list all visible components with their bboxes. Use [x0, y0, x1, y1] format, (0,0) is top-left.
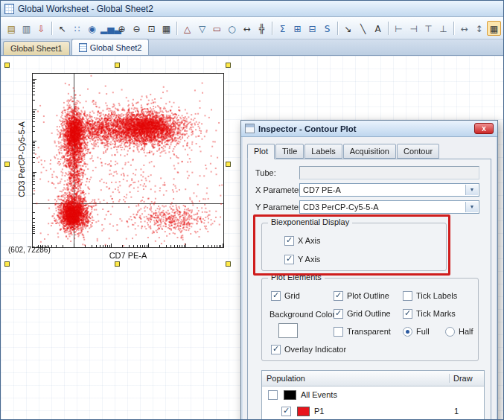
background-color-swatch[interactable] — [278, 323, 298, 338]
plot-outline-option[interactable]: Plot Outline — [334, 290, 389, 301]
biexponential-editor-icon[interactable]: S — [320, 21, 334, 36]
export-pdf-icon[interactable]: ⇩ — [34, 21, 48, 36]
align-bottom-icon[interactable]: ⊥ — [436, 21, 450, 36]
snap-polygon-gate-icon[interactable]: ▽ — [195, 21, 209, 36]
population-hierarchy-icon[interactable]: ⊞ — [290, 21, 304, 36]
biexponential-display-title: Biexponential Display — [268, 217, 352, 226]
full-option[interactable]: Full — [403, 326, 430, 337]
chevron-down-icon[interactable]: ▼ — [465, 185, 478, 195]
dot-plot-icon[interactable]: ∷ — [70, 21, 84, 36]
tick-labels-option[interactable]: Tick Labels — [403, 290, 457, 301]
contour-plot-object[interactable]: CD3 PerCP-Cy5-5-A (602, 72286) CD7 PE-A — [7, 65, 229, 264]
y-axis-checkbox[interactable] — [284, 255, 294, 264]
tab-plot[interactable]: Plot — [247, 144, 275, 159]
interval-gate-icon[interactable]: ↔ — [240, 21, 254, 36]
batch-analysis-icon[interactable]: ⊟ — [305, 21, 319, 36]
histogram-icon[interactable]: ▂▅▃ — [100, 21, 114, 36]
inspector-titlebar[interactable]: Inspector - Contour Plot x — [241, 121, 497, 137]
tab-acquisition[interactable]: Acquisition — [343, 144, 396, 159]
grid-outline-checkbox[interactable] — [334, 309, 343, 319]
text-tool-icon[interactable]: A — [371, 21, 385, 36]
zoom-in-icon[interactable]: ⊕ — [115, 21, 129, 36]
population-visibility-checkbox[interactable] — [281, 407, 291, 416]
zoom-out-icon[interactable]: ⊖ — [130, 21, 144, 36]
contour-plot-icon[interactable]: ◉ — [85, 21, 99, 36]
selection-handle-middle-left[interactable] — [4, 162, 10, 167]
x-parameter-combobox[interactable]: CD7 PE-A ▼ — [299, 183, 479, 197]
selection-handle-bottom-middle[interactable] — [115, 261, 120, 267]
y-parameter-value: CD3 PerCP-Cy5-5-A — [303, 203, 378, 211]
population-row-p1[interactable]: P11 — [262, 403, 484, 419]
chevron-down-icon[interactable]: ▼ — [465, 202, 478, 212]
half-option[interactable]: Half — [445, 326, 473, 337]
zoom-fit-icon[interactable]: ⊡ — [144, 21, 159, 36]
transparent-option[interactable]: Transparent — [334, 326, 391, 337]
contour-plot-canvas[interactable] — [32, 73, 224, 248]
ellipse-gate-icon[interactable]: ○ — [225, 21, 239, 36]
plot-y-axis-label: CD3 PerCP-Cy5-5-A — [17, 73, 28, 246]
full-radio[interactable] — [403, 327, 412, 337]
population-color-swatch[interactable] — [297, 407, 310, 416]
tab-global-sheet1[interactable]: Global Sheet1 — [3, 41, 70, 55]
overlay-indicator-checkbox-label: Overlay Indicator — [284, 345, 346, 354]
toolbar-separator — [388, 22, 389, 35]
transparent-checkbox[interactable] — [334, 327, 343, 337]
selection-handle-top-middle[interactable] — [115, 63, 120, 68]
tab-labels[interactable]: Labels — [304, 144, 342, 159]
align-left-icon[interactable]: ⊢ — [392, 21, 406, 36]
full-radio-label: Full — [416, 327, 430, 336]
statistics-view-icon[interactable]: Σ — [275, 21, 290, 36]
population-color-swatch[interactable] — [284, 390, 296, 400]
plot-elements-title: Plot Elements — [268, 273, 325, 281]
x-axis-checkbox[interactable] — [284, 236, 294, 246]
print-icon[interactable]: ▥ — [19, 21, 34, 36]
selection-handle-top-right[interactable] — [226, 63, 231, 68]
population-row-all-events[interactable]: All Events — [262, 386, 484, 403]
new-worksheet-icon[interactable]: ▤ — [4, 21, 19, 36]
population-visibility-checkbox[interactable] — [268, 390, 278, 400]
toolbar: ▤▥⇩↖∷◉▂▅▃⊕⊖⊡▦△▽▭○↔╬Σ⊞⊟S↘╲A⊢⊣⊤⊥↔↕▦ — [1, 17, 503, 39]
align-top-icon[interactable]: ⊤ — [421, 21, 436, 36]
line-tool-icon[interactable]: ╲ — [356, 21, 370, 36]
overlay-indicator-option[interactable]: Overlay Indicator — [271, 344, 346, 354]
grid-checkbox-label: Grid — [284, 291, 300, 300]
plot-elements-group: Plot Elements Grid Plot Outline Tick Lab… — [261, 278, 479, 361]
y-axis-option[interactable]: Y Axis — [284, 254, 320, 264]
grid-outline-option[interactable]: Grid Outline — [334, 308, 391, 319]
overlay-indicator-checkbox[interactable] — [271, 345, 281, 354]
grid-checkbox[interactable] — [271, 291, 281, 301]
tab-title[interactable]: Title — [275, 144, 304, 159]
close-button[interactable]: x — [474, 123, 494, 134]
x-axis-option[interactable]: X Axis — [284, 235, 321, 246]
tab-global-sheet2[interactable]: Global Sheet2 — [71, 39, 150, 55]
selection-handle-bottom-right[interactable] — [226, 261, 231, 267]
selection-handle-middle-right[interactable] — [226, 162, 231, 167]
biexponential-display-group: Biexponential Display X Axis Y Axis — [261, 223, 447, 271]
match-width-icon[interactable]: ↔ — [457, 21, 471, 36]
selection-handle-bottom-left[interactable] — [4, 261, 10, 267]
worksheet-area[interactable]: CD3 PerCP-Cy5-5-A (602, 72286) CD7 PE-A … — [1, 56, 503, 419]
selection-handle-top-left[interactable] — [4, 63, 10, 68]
population-table-body: All EventsP11 — [262, 386, 484, 419]
half-radio[interactable] — [445, 327, 455, 337]
y-parameter-combobox[interactable]: CD3 PerCP-Cy5-5-A ▼ — [299, 200, 479, 214]
select-tool-icon[interactable]: ↖ — [55, 21, 69, 36]
polygon-gate-icon[interactable]: △ — [180, 21, 194, 36]
arrow-tool-icon[interactable]: ↘ — [341, 21, 355, 36]
page-layout-icon[interactable]: ▦ — [159, 21, 173, 36]
tick-marks-option[interactable]: Tick Marks — [403, 308, 456, 319]
tab-contour[interactable]: Contour — [397, 144, 439, 159]
match-height-icon[interactable]: ↕ — [472, 21, 486, 36]
grid-option[interactable]: Grid — [271, 290, 300, 301]
toolbar-separator — [453, 22, 454, 35]
quadrant-gate-icon[interactable]: ╬ — [255, 21, 269, 36]
align-right-icon[interactable]: ⊣ — [406, 21, 421, 36]
rectangle-gate-icon[interactable]: ▭ — [210, 21, 224, 36]
tick-marks-checkbox[interactable] — [403, 309, 412, 319]
snap-to-grid-icon[interactable]: ▦ — [487, 21, 501, 36]
toolbar-separator — [51, 22, 52, 35]
tube-field[interactable] — [299, 166, 479, 179]
plot-outline-checkbox[interactable] — [334, 291, 343, 301]
worksheet-tab-icon — [79, 43, 87, 52]
tick-labels-checkbox[interactable] — [403, 291, 412, 301]
